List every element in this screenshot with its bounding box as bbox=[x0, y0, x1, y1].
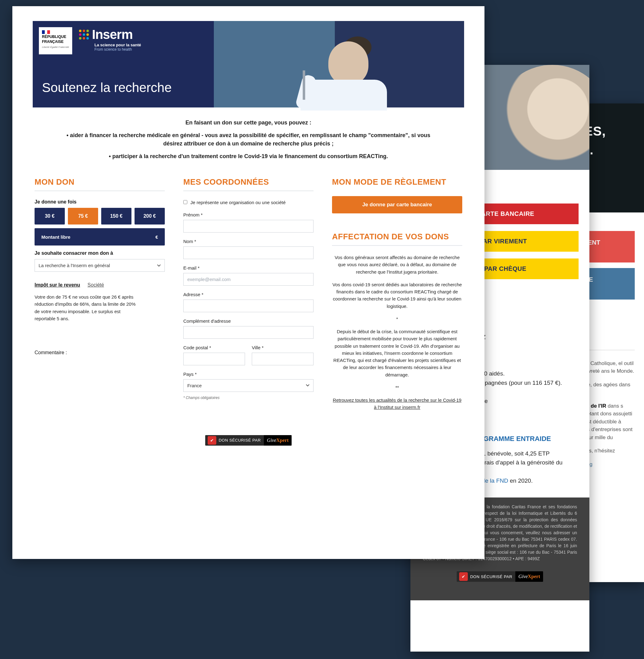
logo-inserm: Inserm La science pour la santé From sci… bbox=[79, 27, 141, 51]
label-nom: Nom * bbox=[183, 239, 314, 244]
flag-icon bbox=[42, 30, 50, 34]
shield-icon: ✔ bbox=[459, 572, 468, 581]
label-prenom: Prénom * bbox=[183, 212, 314, 217]
form-card-inserm: RÉPUBLIQUE FRANÇAISE Liberté Égalité Fra… bbox=[12, 6, 484, 559]
label-org: Je représente une organisation ou une so… bbox=[190, 199, 286, 206]
label-adresse: Adresse * bbox=[183, 292, 314, 297]
tab-societe[interactable]: Société bbox=[88, 282, 104, 288]
select-pays[interactable]: France bbox=[183, 379, 314, 392]
section-title-affectation: AFFECTATION DE VOS DONS bbox=[332, 232, 462, 246]
input-nom[interactable] bbox=[183, 246, 314, 259]
input-cp[interactable] bbox=[183, 353, 245, 365]
separator: * bbox=[332, 315, 462, 323]
section-title: MES COORDONNÉES bbox=[183, 177, 314, 191]
input-email[interactable] bbox=[183, 273, 314, 286]
amount-30[interactable]: 30 € bbox=[34, 208, 65, 224]
link-inserm-news[interactable]: Retrouvez toutes les actualités de la re… bbox=[333, 397, 462, 410]
required-note: * Champs obligatoires bbox=[183, 396, 314, 400]
label-comment: Commentaire : bbox=[34, 350, 165, 355]
input-complement[interactable] bbox=[183, 326, 314, 339]
secure-badge: ✔ DON SÉCURISÉ PAR GiveXpert bbox=[205, 435, 292, 446]
dots-icon bbox=[79, 30, 89, 40]
label-complement: Complément d'adresse bbox=[183, 318, 314, 324]
input-prenom[interactable] bbox=[183, 220, 314, 233]
intro-text: En faisant un don sur cette page, vous p… bbox=[12, 108, 484, 171]
col-coordonnees: MES COORDONNÉES Je représente une organi… bbox=[183, 177, 314, 417]
tab-ir[interactable]: Impôt sur le revenu bbox=[34, 282, 80, 288]
secure-badge: ✔ DON SÉCURISÉ PAR GiveXpert bbox=[457, 571, 544, 582]
label-once: Je donne une fois bbox=[34, 199, 165, 205]
amount-75[interactable]: 75 € bbox=[68, 208, 98, 224]
col-reglement: MON MODE DE RÈGLEMENT Je donne par carte… bbox=[332, 177, 462, 417]
shield-icon: ✔ bbox=[208, 436, 216, 445]
input-adresse[interactable] bbox=[183, 300, 314, 312]
section-title: MON DON bbox=[34, 177, 165, 191]
amount-free[interactable]: Montant libre€ bbox=[34, 228, 165, 245]
logo-republique-francaise: RÉPUBLIQUE FRANÇAISE Liberté Égalité Fra… bbox=[39, 27, 72, 54]
amount-200[interactable]: 200 € bbox=[135, 208, 165, 224]
label-email: E-mail * bbox=[183, 265, 314, 270]
banner: RÉPUBLIQUE FRANÇAISE Liberté Égalité Fra… bbox=[33, 21, 464, 108]
btn-pay-cb[interactable]: Je donne par carte bancaire bbox=[332, 196, 462, 213]
paragraph: Vos dons généraux seront affectés au dom… bbox=[332, 254, 462, 276]
paragraph: Depuis le début de la crise, la communau… bbox=[332, 328, 462, 378]
separator: ** bbox=[332, 384, 462, 391]
label-pays: Pays * bbox=[183, 372, 314, 377]
col-mon-don: MON DON Je donne une fois 30 € 75 € 150 … bbox=[34, 177, 165, 417]
label-cp: Code postal * bbox=[183, 345, 245, 350]
paragraph: Vos dons covid-19 seront dédiés aux labo… bbox=[332, 281, 462, 310]
tax-note: Votre don de 75 € ne vous coûte que 26 €… bbox=[34, 293, 139, 322]
banner-title: Soutenez la recherche bbox=[42, 80, 171, 95]
select-domain[interactable]: La recherche à l'Inserm en général bbox=[34, 259, 165, 272]
scientist-image bbox=[288, 21, 418, 108]
amount-150[interactable]: 150 € bbox=[101, 208, 132, 224]
label-ville: Ville * bbox=[252, 345, 314, 350]
label-dedicate: Je souhaite consacrer mon don à bbox=[34, 250, 165, 256]
input-ville[interactable] bbox=[252, 353, 314, 365]
section-title: MON MODE DE RÈGLEMENT bbox=[332, 177, 462, 187]
checkbox-org[interactable] bbox=[183, 200, 187, 204]
portrait-image bbox=[497, 65, 590, 170]
